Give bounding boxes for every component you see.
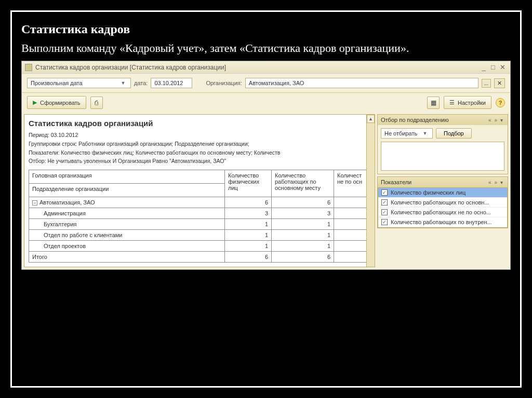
- print-button[interactable]: ⎙: [90, 97, 103, 109]
- run-button-label: Сформировать: [40, 100, 81, 106]
- table-row[interactable]: Администрация 3 3: [29, 208, 370, 219]
- filter-mode-dropdown[interactable]: Не отбирать ▼: [381, 128, 433, 139]
- content-area: Статистика кадров организаций Период: 03…: [22, 112, 510, 269]
- scroll-up-icon[interactable]: ▲: [367, 115, 375, 123]
- panel-prev-icon[interactable]: «: [487, 180, 493, 185]
- indicator-item[interactable]: ✓ Количество работающих по внутрен...: [378, 217, 507, 227]
- maximize-button[interactable]: □: [488, 63, 498, 71]
- indicators-panel-title: Показатели: [381, 179, 487, 185]
- scrollbar-vertical[interactable]: ▲: [366, 115, 375, 267]
- period-mode-value: Произвольная дата: [31, 80, 119, 86]
- side-panel: Отбор по подразделению « » ▾ Не отбирать…: [377, 112, 510, 269]
- panel-menu-icon[interactable]: ▾: [499, 180, 504, 185]
- table-row-total: Итого 6 6: [29, 252, 370, 263]
- toolbar: ▶ Сформировать ⎙ ▦ ☰ Настройки ?: [22, 93, 510, 112]
- slide-title: Статистика кадров: [21, 22, 511, 36]
- indicator-item[interactable]: ✓ Количество работающих не по осно...: [378, 208, 507, 217]
- settings-button-label: Настройки: [458, 100, 486, 106]
- app-icon: [25, 64, 32, 71]
- col-header-count1: Количество физических лиц: [225, 170, 272, 197]
- org-label: Организация:: [206, 80, 242, 86]
- select-button[interactable]: Подбор: [436, 128, 472, 139]
- org-select-button[interactable]: ...: [482, 79, 491, 88]
- checkbox-icon[interactable]: ✓: [381, 219, 388, 225]
- filter-mode-value: Не отбирать: [384, 130, 421, 136]
- minimize-button[interactable]: _: [479, 63, 488, 71]
- col-header-org: Головная организация: [29, 170, 225, 184]
- report-meta: Период: 03.10.2012 Группировки строк: Ра…: [29, 131, 370, 166]
- titlebar: Статистика кадров организации [Статистик…: [22, 61, 510, 74]
- table-row[interactable]: −Автоматизация, ЗАО 6 6: [29, 197, 370, 208]
- app-window: Статистика кадров организации [Статистик…: [21, 61, 511, 270]
- chevron-down-icon: ▼: [119, 80, 127, 86]
- col-header-count2: Количество работающих по основному месту: [272, 170, 334, 197]
- collapse-icon[interactable]: −: [32, 200, 37, 205]
- table-row[interactable]: Бухгалтерия 1 1: [29, 219, 370, 230]
- checkbox-icon[interactable]: ✓: [381, 199, 388, 205]
- date-input[interactable]: 03.10.2012: [151, 78, 192, 88]
- indicator-label: Количество работающих по внутрен...: [391, 219, 492, 225]
- play-icon: ▶: [33, 99, 37, 106]
- panel-prev-icon[interactable]: «: [487, 117, 493, 123]
- report-table: Головная организация Количество физическ…: [29, 170, 370, 263]
- settings-button[interactable]: ☰ Настройки: [444, 96, 491, 109]
- indicator-label: Количество работающих по основн...: [391, 199, 489, 205]
- panel-next-icon[interactable]: »: [493, 180, 499, 185]
- org-value: Автоматизация, ЗАО: [249, 80, 304, 86]
- period-mode-dropdown[interactable]: Произвольная дата ▼: [27, 78, 131, 88]
- table-row[interactable]: Отдел по работе с клиентами 1 1: [29, 230, 370, 241]
- indicators-list: ✓ Количество физических лиц ✓ Количество…: [378, 187, 508, 228]
- col-header-dept: Подразделение организации: [29, 184, 225, 197]
- panel-next-icon[interactable]: »: [493, 117, 499, 123]
- indicator-label: Количество физических лиц: [391, 189, 466, 196]
- org-clear-button[interactable]: ✕: [494, 78, 505, 88]
- table-row[interactable]: Отдел проектов 1 1: [29, 241, 370, 252]
- indicator-item[interactable]: ✓ Количество физических лиц: [378, 188, 507, 198]
- col-header-count3: Количест не по осн: [334, 170, 370, 197]
- list-icon: ☰: [449, 99, 455, 106]
- org-input[interactable]: Автоматизация, ЗАО: [245, 78, 478, 88]
- filter-listbox[interactable]: [381, 142, 504, 171]
- grid-icon: ▦: [431, 99, 436, 106]
- chevron-down-icon: ▼: [421, 131, 429, 136]
- help-button[interactable]: ?: [496, 98, 505, 107]
- report-title: Статистика кадров организаций: [29, 119, 370, 128]
- filter-panel: Отбор по подразделению « » ▾ Не отбирать…: [377, 114, 508, 174]
- window-title: Статистика кадров организации [Статистик…: [35, 64, 479, 71]
- printer-icon: ⎙: [95, 99, 98, 106]
- panel-menu-icon[interactable]: ▾: [499, 117, 504, 123]
- filter-bar: Произвольная дата ▼ дата: 03.10.2012 Орг…: [22, 74, 510, 93]
- date-label: дата:: [134, 80, 148, 86]
- slide-subtitle: Выполним команду «Кадровый учет», затем …: [21, 39, 511, 57]
- checkbox-icon[interactable]: ✓: [381, 209, 388, 215]
- close-button[interactable]: ✕: [498, 63, 507, 71]
- run-button[interactable]: ▶ Сформировать: [27, 96, 86, 109]
- checkbox-icon[interactable]: ✓: [381, 189, 388, 196]
- indicators-panel: Показатели « » ▾ ✓ Количество физических…: [377, 176, 508, 228]
- filter-panel-title: Отбор по подразделению: [381, 117, 487, 123]
- date-value: 03.10.2012: [154, 80, 183, 86]
- report-panel: Статистика кадров организаций Период: 03…: [24, 114, 375, 267]
- grid-button[interactable]: ▦: [427, 97, 440, 109]
- indicator-label: Количество работающих не по осно...: [391, 209, 491, 215]
- indicator-item[interactable]: ✓ Количество работающих по основн...: [378, 198, 507, 208]
